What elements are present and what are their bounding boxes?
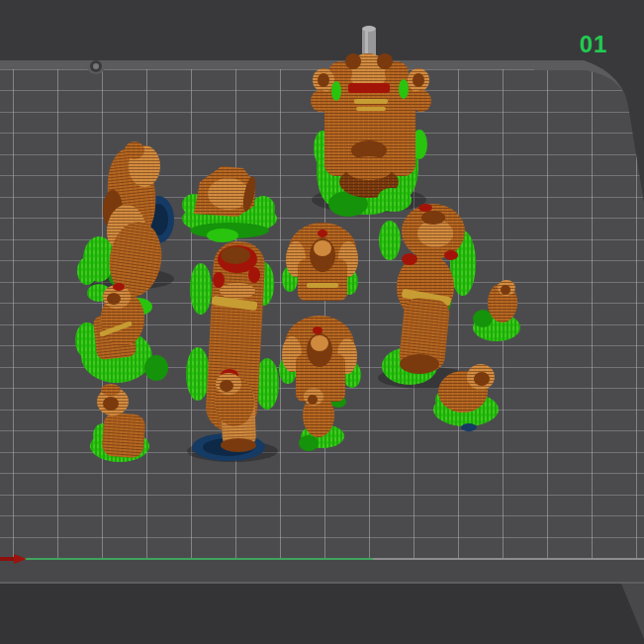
model-figurine-left-bottom[interactable] bbox=[90, 384, 149, 462]
model-sarcophagus-right[interactable] bbox=[378, 188, 476, 389]
model-dome-wedge[interactable] bbox=[182, 166, 277, 238]
model-figurine-right-small[interactable] bbox=[473, 280, 520, 341]
sliced-models-layer[interactable] bbox=[0, 0, 644, 644]
model-bust-center-top[interactable] bbox=[282, 223, 358, 301]
plate-number-label[interactable]: 01 bbox=[572, 31, 615, 58]
model-mech-dreadnought[interactable] bbox=[311, 26, 431, 217]
slicer-3d-viewport[interactable]: 01 bbox=[0, 0, 644, 644]
model-sarcophagus-center[interactable] bbox=[186, 229, 279, 462]
